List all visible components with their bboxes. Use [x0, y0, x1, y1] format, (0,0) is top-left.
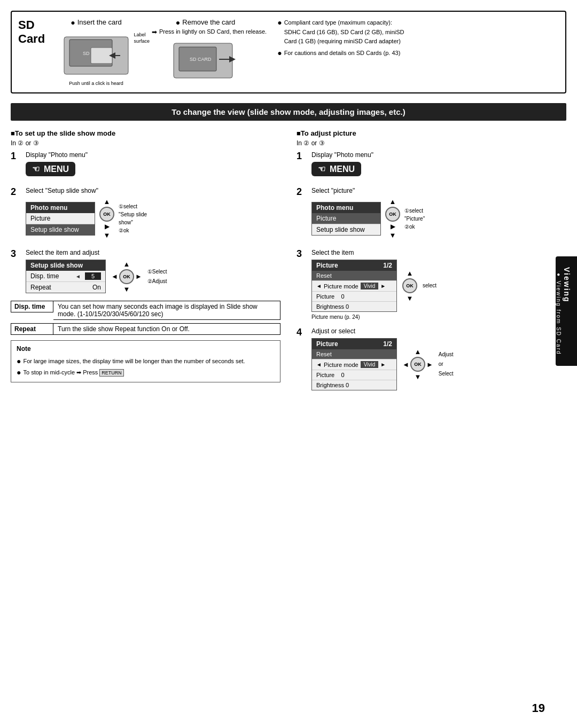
up-arrow-r3: ▲ — [407, 269, 414, 277]
photo-menu-right: Photo menu Picture Setup slide show — [311, 202, 381, 236]
svg-text:SD CARD: SD CARD — [190, 57, 212, 62]
step-num-2: 2 — [11, 187, 21, 197]
step-r4-label: Adjust or select — [311, 327, 566, 335]
page-number: 19 — [532, 701, 545, 715]
photo-menu-left: Photo menu Picture Setup slide show — [26, 202, 95, 236]
step-3-label: Select the item and adjust — [26, 249, 280, 256]
menu-icon-left: ☜ MENU — [26, 162, 75, 176]
note-bullet-2: ● — [17, 368, 21, 378]
step-num-r1: 1 — [297, 151, 307, 161]
step-r3-with-arrows: Picture 1/2 Reset ◄ Picture mode Vivid ►… — [311, 260, 566, 312]
main-title: To change the view (slide show mode, adj… — [171, 107, 405, 116]
anno-select-r3: select — [423, 281, 436, 291]
step-r2-nav: ▲ OK ▶ ▼ — [385, 198, 400, 239]
step-r4-with-arrows: Picture 1/2 Reset ◄ Picture mode Vivid ►… — [311, 338, 566, 390]
step-r3-label: Select the item — [311, 249, 566, 256]
setup-slide-show-box: Setup slide show Disp. time ◄ 5 Repeat O… — [26, 260, 106, 293]
cautions-text: For cautions and details on SD Cards (p.… — [284, 49, 401, 58]
step-num-1: 1 — [11, 151, 21, 161]
menu-header-left: Photo menu — [26, 202, 95, 213]
remove-diagram: SD CARD — [171, 41, 240, 86]
step-2-label: Select "Setup slide show" — [26, 187, 280, 194]
menu-hand-icon-r: ☜ — [318, 164, 325, 174]
vivid-badge-r4: Vivid — [361, 361, 379, 368]
anno-1-r2: ①select — [404, 207, 425, 215]
step-r2-label: Select "picture" — [311, 187, 566, 194]
up-arrow-left: ▲ — [104, 198, 111, 206]
down-arrow-r4: ▼ — [414, 373, 421, 381]
menu-item-setup-right: Setup slide show — [312, 224, 380, 235]
ok-button-r2[interactable]: OK — [385, 207, 400, 222]
right-step-4: 4 Adjust or select Picture 1/2 Reset ◄ P… — [297, 327, 566, 390]
anno-select-3: ①Select — [147, 267, 167, 277]
step-r4-nav: ▲ ◄ OK ► ▼ — [402, 348, 433, 381]
menu-label-right: MENU — [330, 165, 355, 174]
step-num-r2: 2 — [297, 187, 307, 197]
menu-item-setup: Setup slide show — [26, 224, 95, 235]
note-title: Note — [17, 344, 275, 354]
right-step-1: 1 Display "Photo menu" ☜ MENU — [297, 151, 566, 179]
right-section-header: ■To adjust picture — [297, 129, 566, 137]
info-table: Disp. time You can set how many seconds … — [11, 301, 280, 335]
picture-menu-caption: Picture menu (p. 24) — [311, 314, 566, 320]
left-step-2: 2 Select "Setup slide show" Photo menu P… — [11, 187, 280, 241]
disp-time-row: Disp. time ◄ 5 — [26, 271, 105, 282]
down-arrow-r2: ▼ — [389, 231, 396, 239]
compliant-text: Compliant card type (maximum capacity):S… — [284, 18, 417, 46]
step-1-label: Display "Photo menu" — [26, 151, 280, 159]
step-r4-content: Adjust or select Picture 1/2 Reset ◄ Pic… — [311, 327, 566, 390]
repeat-label: Repeat — [30, 284, 88, 291]
picture-box-header-r3: Picture 1/2 — [312, 260, 396, 271]
ok-button-r4[interactable]: OK — [410, 357, 425, 372]
svg-rect-3 — [91, 48, 112, 64]
right-step-2: 2 Select "picture" Photo menu Picture Se… — [297, 187, 566, 241]
repeat-val-info: Turn the slide show Repeat function On o… — [53, 323, 280, 335]
note-item-1: ● For large image sizes, the display tim… — [17, 357, 275, 366]
picture-box-header-r4: Picture 1/2 — [312, 339, 396, 349]
disp-time-key: Disp. time — [11, 301, 53, 312]
note-item-2: ● To stop in mid-cycle ➡ Press RETURN — [17, 368, 275, 378]
ok-button-r3[interactable]: OK — [402, 278, 417, 293]
step-1-content: Display "Photo menu" ☜ MENU — [26, 151, 280, 179]
press-text: Press in lightly on SD Card, then releas… — [159, 28, 267, 37]
note-bullet-1: ● — [17, 357, 21, 366]
right-arrow-r2: ▶ — [391, 223, 395, 230]
step-2-nav-left: ▲ OK ▶ ▼ — [99, 198, 114, 239]
step-3-annotations: ①Select ②Adjust — [147, 267, 167, 286]
left-step-3: 3 Select the item and adjust Setup slide… — [11, 249, 280, 293]
anno-or-r4: or — [439, 359, 454, 369]
picture-box-r3: Picture 1/2 Reset ◄ Picture mode Vivid ►… — [311, 260, 397, 312]
menu-header-right: Photo menu — [312, 202, 380, 213]
viewing-tab: Viewing ● Viewing from SD Card — [556, 256, 577, 366]
anno-2-left: "Setup slide — [119, 210, 147, 218]
menu-hand-icon: ☜ — [32, 164, 40, 174]
anno-3-left: show" — [119, 218, 147, 226]
step-r2-menu: Photo menu Picture Setup slide show ▲ OK… — [311, 198, 566, 239]
sd-card-info-block: ● Compliant card type (maximum capacity)… — [277, 18, 416, 59]
picture-row-mode-r3: ◄ Picture mode Vivid ► — [312, 281, 396, 292]
photo-menu-box-left: Photo menu Picture Setup slide show — [26, 202, 95, 236]
up-arrow-r4: ▲ — [414, 348, 421, 356]
note-box: Note ● For large image sizes, the displa… — [11, 340, 280, 382]
ok-button-3[interactable]: OK — [119, 269, 134, 284]
step-r3-content: Select the item Picture 1/2 Reset ◄ Pict… — [311, 249, 566, 320]
sd-card-insert-block: ● Insert the card SD CA... — [59, 18, 134, 86]
picture-row-picture-r3: Picture 0 — [312, 292, 396, 302]
picture-page-r3: 1/2 — [383, 262, 392, 269]
step-3-nav: ▲ ◄ OK ► ▼ — [111, 260, 142, 293]
step-r2-annotations: ①select "Picture" ②ok — [404, 207, 425, 231]
left-column: ■To set up the slide show mode In ② or ③… — [11, 129, 280, 382]
disp-time-label: Disp. time — [30, 272, 71, 280]
step-2-menu: Photo menu Picture Setup slide show ▲ OK… — [26, 198, 280, 239]
down-arrow-r3: ▼ — [407, 294, 414, 302]
viewing-sub: ● Viewing from SD Card — [555, 271, 562, 355]
ok-button-left[interactable]: OK — [99, 207, 114, 222]
step-r3-nav: ▲ OK ▼ — [402, 269, 417, 302]
tri-r-r3: ► — [380, 283, 386, 289]
insert-diagram: SD CA... — [59, 32, 134, 80]
anno-4-left: ②ok — [119, 226, 147, 234]
right-arrow-r4: ► — [426, 361, 433, 369]
left-step-1: 1 Display "Photo menu" ☜ MENU — [11, 151, 280, 179]
step-3-content: Select the item and adjust Setup slide s… — [26, 249, 280, 293]
right-arrow-left: ▶ — [105, 223, 110, 230]
